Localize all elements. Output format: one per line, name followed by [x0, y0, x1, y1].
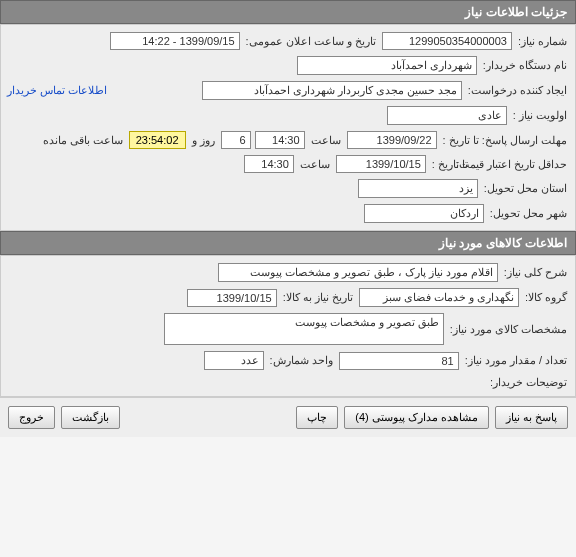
exit-button[interactable]: خروج — [8, 406, 55, 429]
unit-label: واحد شمارش: — [268, 354, 335, 367]
attachments-button[interactable]: مشاهده مدارک پیوستی (4) — [344, 406, 489, 429]
back-button[interactable]: بازگشت — [61, 406, 120, 429]
group-label: گروه کالا: — [523, 291, 569, 304]
goods-date-label: تاریخ نیاز به کالا: — [281, 291, 355, 304]
spec-field: طبق تصویر و مشخصات پیوست — [164, 313, 444, 345]
buyer-org-field: شهرداری احمدآباد — [297, 56, 477, 75]
creator-field: مجد حسین مجدی کاربردار شهرداری احمدآباد — [202, 81, 462, 100]
buyer-org-label: نام دستگاه خریدار: — [481, 59, 569, 72]
city-field: اردکان — [364, 204, 484, 223]
deadline-time-field: 14:30 — [255, 131, 305, 149]
section1-body: شماره نیاز: 1299050354000003 تاریخ و ساع… — [0, 24, 576, 231]
respond-button[interactable]: پاسخ به نیاز — [495, 406, 568, 429]
public-announce-label: تاریخ و ساعت اعلان عمومی: — [244, 35, 378, 48]
public-announce-field: 1399/09/15 - 14:22 — [110, 32, 240, 50]
section1-header: جزئیات اطلاعات نیاز — [0, 0, 576, 24]
spec-label: مشخصات کالای مورد نیاز: — [448, 323, 569, 336]
validity-to-label: تا تاریخ : — [430, 158, 470, 171]
unit-field: عدد — [204, 351, 264, 370]
days-label: روز و — [190, 134, 217, 147]
need-number-field: 1299050354000003 — [382, 32, 512, 50]
deadline-time-label: ساعت — [309, 134, 343, 147]
validity-date-field: 1399/10/15 — [336, 155, 426, 173]
qty-label: تعداد / مقدار مورد نیاز: — [463, 354, 569, 367]
deadline-date-field: 1399/09/22 — [347, 131, 437, 149]
buyer-notes-label: توضیحات خریدار: — [488, 376, 569, 389]
group-field: نگهداری و خدمات فضای سبز — [359, 288, 519, 307]
time-remaining-field: 23:54:02 — [129, 131, 186, 149]
city-label: شهر محل تحویل: — [488, 207, 569, 220]
qty-field: 81 — [339, 352, 459, 370]
validity-time-label: ساعت — [298, 158, 332, 171]
need-number-label: شماره نیاز: — [516, 35, 569, 48]
desc-field: اقلام مورد نیاز پارک ، طبق تصویر و مشخصا… — [218, 263, 498, 282]
validity-time-field: 14:30 — [244, 155, 294, 173]
creator-label: ایجاد کننده درخواست: — [466, 84, 569, 97]
priority-label: اولویت نیاز : — [511, 109, 569, 122]
province-field: یزد — [358, 179, 478, 198]
remaining-label: ساعت باقی مانده — [41, 134, 125, 147]
print-button[interactable]: چاپ — [296, 406, 338, 429]
contact-link[interactable]: اطلاعات تماس خریدار — [7, 84, 107, 97]
section2-body: شرح کلی نیاز: اقلام مورد نیاز پارک ، طبق… — [0, 255, 576, 397]
goods-date-field: 1399/10/15 — [187, 289, 277, 307]
desc-label: شرح کلی نیاز: — [502, 266, 569, 279]
validity-label: حداقل تاریخ اعتبار قیمت: — [474, 158, 569, 171]
section2-header: اطلاعات کالاهای مورد نیاز — [0, 231, 576, 255]
province-label: استان محل تحویل: — [482, 182, 569, 195]
deadline-label: مهلت ارسال پاسخ: تا تاریخ : — [441, 134, 569, 147]
days-remaining-field: 6 — [221, 131, 251, 149]
priority-field: عادی — [387, 106, 507, 125]
button-bar: پاسخ به نیاز مشاهده مدارک پیوستی (4) چاپ… — [0, 397, 576, 437]
